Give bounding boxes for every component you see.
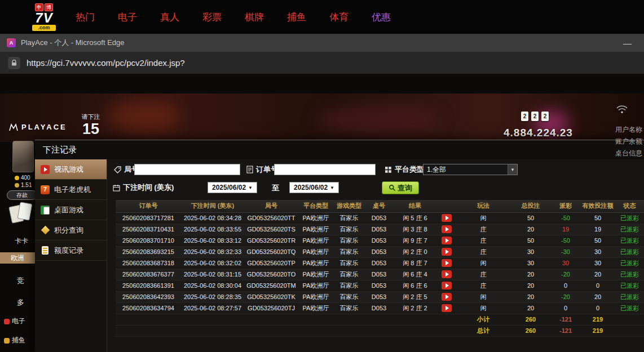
replay-icon[interactable] [442, 259, 452, 267]
banner-glow [316, 106, 440, 134]
empty-cell [615, 314, 644, 325]
column-header-11: 派彩 [551, 200, 580, 212]
replay-icon[interactable] [442, 237, 452, 244]
nav-item-7[interactable]: 体育 [329, 11, 349, 24]
nav-item-1[interactable]: 热门 [76, 11, 95, 24]
nav-item-3[interactable]: 真人 [160, 11, 179, 24]
rail-item-ouzhou[interactable]: 欧洲 [0, 252, 35, 264]
sidebar-item-3[interactable]: 桌面游戏 [35, 200, 107, 220]
rail-item-label: 捕鱼 [12, 336, 25, 345]
cell-time: 2025-06-02 08:31:15 [181, 269, 244, 280]
rail-item-jing[interactable]: 竞 [17, 276, 24, 286]
play-triangle [445, 272, 449, 277]
bet-table: 订单号下注时间 (美东)局号平台类型游戏类型桌号结果玩法总投注派彩有效投注额状态… [116, 200, 644, 352]
cell-play: 庄 [456, 280, 510, 291]
top-nav: 申 博 7V .com 热门电子真人彩票棋牌捕鱼体育优惠 [0, 0, 644, 34]
play-triangle [445, 227, 449, 231]
empty-cell [116, 314, 181, 325]
table-row: 2506020836763772025-06-02 08:31:15GD0532… [116, 269, 644, 280]
cell-round: GD053256020TS [244, 224, 298, 235]
nav-item-8[interactable]: 优惠 [372, 11, 391, 24]
cell-result: 闲 2 庄 5 [393, 291, 437, 302]
lock-icon[interactable] [8, 57, 20, 69]
cell-round: GD053256020TM [244, 280, 298, 291]
cell-game: 百家乐 [333, 269, 365, 280]
rail-item-buyu[interactable]: 捕鱼 [4, 336, 25, 345]
url-text[interactable]: https://gci.7vvvvvv.com/pc/pcv2/index.js… [27, 58, 185, 68]
site-logo[interactable]: 申 博 7V .com [26, 3, 62, 31]
cell-valid: 0 [580, 280, 615, 291]
replay-icon[interactable] [442, 225, 452, 233]
sidebar-item-5[interactable]: 额度记录 [35, 240, 107, 261]
cell-bet: 20 [510, 269, 551, 280]
cell-valid: 19 [580, 224, 615, 235]
jackpot-value: 4.884.224.23 [504, 127, 573, 139]
table-row: 2506020836423932025-06-02 08:28:35GD0532… [116, 291, 644, 302]
nav-item-2[interactable]: 电子 [118, 11, 137, 24]
sidebar-item-4[interactable]: 积分查询 [35, 220, 107, 240]
coin-icon [15, 183, 19, 188]
empty-cell [333, 325, 365, 336]
cell-payout: -50 [551, 235, 580, 246]
cell-platform: PA欧洲厅 [298, 257, 333, 269]
nav-item-5[interactable]: 棋牌 [245, 11, 264, 24]
search-button[interactable]: 查询 [382, 181, 419, 194]
empty-cell [365, 325, 393, 336]
cell-round: GD053256020TR [244, 235, 298, 246]
video-icon [41, 165, 50, 174]
fish-icon [4, 338, 10, 344]
cell-time: 2025-06-02 08:30:04 [181, 280, 244, 291]
cell-order: 250602083693215 [116, 246, 181, 257]
avatar[interactable] [12, 141, 34, 172]
browser-urlbar: https://gci.7vvvvvv.com/pc/pcv2/index.js… [0, 52, 644, 74]
cell-play: 闲 [456, 212, 510, 224]
rail-item-dianzi[interactable]: 电子 [4, 317, 25, 326]
magnifier-icon [389, 184, 396, 191]
replay-icon[interactable] [442, 282, 452, 289]
cell-table: D053 [365, 224, 393, 235]
cell-platform: PA欧洲厅 [298, 280, 333, 291]
replay-icon[interactable] [442, 293, 452, 301]
rail-item-duo[interactable]: 多 [17, 297, 24, 308]
play-triangle [445, 238, 449, 243]
cell-round: GD053256020TO [244, 269, 298, 280]
bet-countdown: 15 [77, 121, 105, 137]
cell-time: 2025-06-02 08:32:02 [181, 257, 244, 269]
replay-icon[interactable] [442, 304, 452, 312]
rail-item-kaka[interactable]: 卡卡 [15, 237, 28, 246]
minimize-button[interactable]: — [623, 38, 632, 48]
cell-payout: 0 [551, 302, 580, 314]
cell-round: GD053256020TJ [244, 302, 298, 314]
date-from-select[interactable]: 2025/06/02 ▼ [208, 182, 257, 193]
cell-game: 百家乐 [333, 246, 365, 257]
column-header-8 [437, 200, 456, 212]
cell-status: 已派彩 [615, 291, 644, 302]
cell-status: 已派彩 [615, 302, 644, 314]
nav-item-6[interactable]: 捕鱼 [287, 11, 306, 24]
empty-cell [244, 325, 298, 336]
sidebar-item-1[interactable]: 视讯游戏 [35, 159, 107, 180]
table-row: 2506020836613912025-06-02 08:30:04GD0532… [116, 280, 644, 291]
cell-table: D053 [365, 280, 393, 291]
replay-icon[interactable] [442, 248, 452, 256]
cards-icon [41, 206, 50, 215]
cell-payout: -20 [551, 269, 580, 280]
round-input[interactable] [134, 164, 240, 175]
replay-icon[interactable] [442, 270, 452, 278]
platform-select[interactable]: 1.全部 ▼ [423, 164, 518, 175]
cell-status: 已派彩 [615, 224, 644, 235]
nav-item-4[interactable]: 彩票 [202, 11, 222, 24]
cell-round: GD053256020TK [244, 291, 298, 302]
date-to-select[interactable]: 2025/06/02 ▼ [289, 182, 339, 193]
order-input[interactable] [274, 164, 376, 175]
play-triangle [445, 295, 449, 299]
cell-game: 百家乐 [333, 302, 365, 314]
replay-icon[interactable] [442, 214, 452, 222]
deposit-button[interactable]: 存款 [7, 190, 37, 200]
balance-stat-1: 400 [15, 175, 30, 181]
empty-cell [298, 325, 333, 336]
panel-title: 下注记录 [35, 140, 644, 159]
cell-play: 庄 [456, 235, 510, 246]
sidebar-item-2[interactable]: 电子老虎机 [35, 180, 107, 200]
cell-replay [437, 212, 456, 224]
